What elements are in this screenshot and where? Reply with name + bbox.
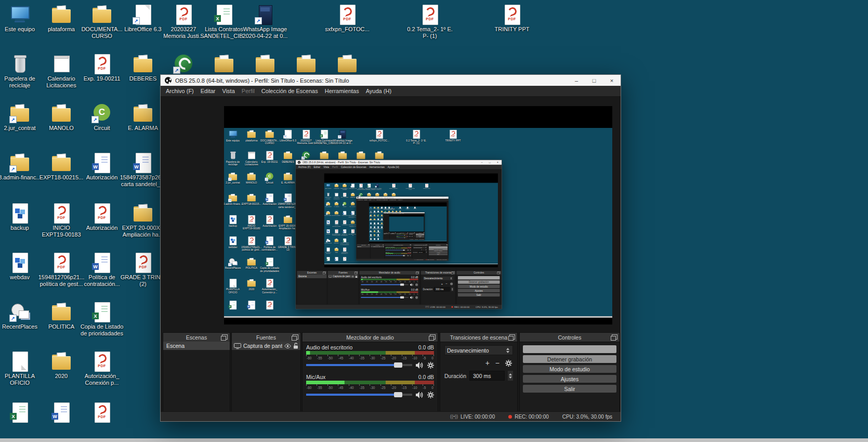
desktop: Este equipoplataformaDOCUMENTA... CURSO↗…: [0, 0, 868, 442]
minimize-button[interactable]: –: [568, 75, 585, 86]
popout-icon[interactable]: [222, 334, 228, 340]
add-transition-button[interactable]: +: [485, 359, 490, 367]
shortcut-arrow-icon: ↗: [133, 17, 140, 24]
scenes-panel-title: Escenas: [186, 334, 207, 341]
studio-mode-button[interactable]: Modo de estudio: [523, 365, 616, 373]
desktop-icon-label: Circuit: [94, 125, 110, 132]
gear-icon[interactable]: [427, 362, 434, 369]
menu-archivo[interactable]: Archivo (F): [166, 88, 194, 94]
duration-spinner-icon[interactable]: [508, 371, 513, 381]
desktop-icon[interactable]: PDF: [77, 402, 127, 423]
image-icon: ↗: [254, 4, 277, 25]
desktop-icon-label: GRADE 3 TRINIT (2): [121, 274, 166, 288]
close-button[interactable]: ×: [603, 75, 621, 86]
stop-recording-button[interactable]: Detener grabación: [523, 355, 616, 363]
scene-list-item[interactable]: Escena: [163, 342, 230, 350]
mixer-channel-desktop-audio: Audio del escritorio 0.0 dB -60-55-50-45…: [306, 344, 434, 369]
channel-db-value: 0.0 dB: [418, 344, 434, 350]
desktop-icon-label: EXPT 20-000XX Ampliación ha...: [122, 225, 164, 238]
start-streaming-button[interactable]: [523, 345, 616, 353]
pdf-icon: PDF: [50, 252, 73, 273]
obs-logo-icon: [165, 77, 172, 84]
desktop-icon-label: DOCUMENTA... CURSO: [81, 26, 122, 40]
menu-herramientas[interactable]: Herramientas: [325, 88, 359, 94]
gear-icon[interactable]: [427, 392, 434, 398]
obs-content: Este equipoplataformaDOCUMENTA... CURSO↗…: [161, 97, 621, 411]
transition-select[interactable]: Desvanecimiento: [444, 345, 513, 355]
settings-button[interactable]: Ajustes: [523, 375, 616, 383]
remove-transition-button[interactable]: −: [495, 359, 499, 367]
audio-mixer-panel: Mezclador de audio Audio del escritorio …: [302, 332, 438, 411]
pdf-icon: PDF: [418, 4, 441, 25]
menu-vista[interactable]: Vista: [222, 88, 235, 94]
desktop-icon-label: Autorización: [86, 174, 118, 181]
visibility-eye-icon[interactable]: [284, 344, 291, 348]
desktop-icon-label: plataforma: [48, 26, 75, 33]
meter-scale-labels: -60-55-50-45-40-35-30-25-20-15-10-50: [306, 356, 434, 360]
menu-ayuda[interactable]: Ayuda (H): [366, 88, 391, 94]
desktop-icon-label: 1584973587p26... carta sandetel_...: [120, 174, 166, 188]
obs-titlebar: OBS 25.0.8 (64-bit, windows) - Perfil: S…: [161, 75, 621, 86]
cpu-usage: CPU: 3.0%, 30.00 fps: [562, 414, 612, 420]
pdf-icon: PDF: [90, 54, 113, 74]
desktop-icon-label: Exp. 19-00211: [84, 75, 121, 82]
menu-perfil[interactable]: Perfil: [242, 88, 255, 94]
menu-coleccion-escenas[interactable]: Colección de Escenas: [261, 88, 318, 94]
exit-button[interactable]: Salir: [523, 385, 616, 393]
speaker-icon[interactable]: [416, 362, 424, 369]
desktop-icon-label: Copia de Listado de prioridadades: [81, 323, 124, 337]
desktop-icon[interactable]: XCopia de Listado de prioridadades: [77, 302, 127, 337]
duration-input[interactable]: 300 ms: [469, 371, 505, 381]
folder-icon: [295, 54, 318, 74]
pdf-icon: PDF: [501, 4, 523, 25]
transition-properties-gear-icon[interactable]: [505, 360, 512, 367]
desktop-icon-label: TRINITY PPT: [494, 26, 529, 33]
volume-slider[interactable]: [306, 394, 412, 396]
desktop-icon[interactable]: ↗WhatsApp Image 2020-04-22 at 0...: [240, 4, 290, 40]
volume-slider-handle[interactable]: [394, 392, 402, 397]
desktop-icon-label: MANOLO: [49, 125, 74, 132]
popout-icon[interactable]: [293, 334, 298, 340]
desktop-icon[interactable]: PDF0.2 Tema_2- 1º E. P- (1): [405, 4, 455, 40]
lock-icon[interactable]: [293, 343, 298, 349]
bottom-strip: [0, 438, 868, 442]
shortcut-arrow-icon: ↗: [9, 165, 17, 173]
menu-editar[interactable]: Editar: [201, 88, 216, 94]
popout-icon[interactable]: [430, 334, 436, 340]
shortcut-arrow-icon: ↗: [173, 67, 180, 74]
cubes-icon: [8, 252, 31, 273]
preview-canvas[interactable]: Este equipoplataformaDOCUMENTA... CURSO↗…: [224, 106, 612, 324]
rec-timer: REC: 00:00:00: [515, 414, 549, 420]
shortcut-arrow-icon: ↗: [9, 116, 17, 123]
speaker-icon[interactable]: [416, 392, 424, 398]
controls-panel: Controles Detener grabación Modo de estu…: [519, 332, 620, 411]
desktop-icon-label: LibreOffice 6.3: [124, 26, 161, 33]
volume-slider[interactable]: [306, 364, 412, 366]
desktop-icon-label: backup: [10, 225, 29, 231]
pdf-icon: PDF: [131, 252, 154, 273]
maximize-button[interactable]: □: [585, 75, 603, 86]
volume-slider-handle[interactable]: [394, 362, 402, 368]
word-icon: W: [90, 152, 113, 173]
pdf-icon: PDF: [50, 203, 73, 224]
folder-icon: [50, 351, 73, 372]
folder-icon: [50, 4, 73, 25]
mixer-panel-title: Mezclador de audio: [346, 334, 394, 341]
popout-icon[interactable]: [612, 334, 617, 340]
source-list-item[interactable]: Captura de pantal: [232, 342, 300, 350]
desktop-icon[interactable]: [322, 54, 372, 74]
folder-icon: [131, 203, 154, 224]
circlec-icon: C↗: [90, 103, 113, 124]
folder-icon: [90, 4, 113, 25]
excel-icon: X: [213, 4, 235, 25]
desktop-icon[interactable]: PDFTRINITY PPT: [487, 4, 537, 33]
desktop-icon[interactable]: PDFAutorización_ Conexión p...: [77, 351, 127, 386]
pdf-icon: PDF: [336, 4, 359, 25]
folder-icon: [131, 103, 154, 124]
pdf-icon: PDF: [172, 4, 195, 25]
desktop-icon[interactable]: PDFsxfxpn_FOTOC...: [322, 4, 372, 33]
transition-selected-value: Desvanecimiento: [447, 347, 489, 354]
transitions-panel-header: Transiciones de escena: [440, 333, 517, 342]
popout-icon[interactable]: [509, 334, 515, 340]
desktop-icon-label: webdav: [10, 274, 30, 281]
